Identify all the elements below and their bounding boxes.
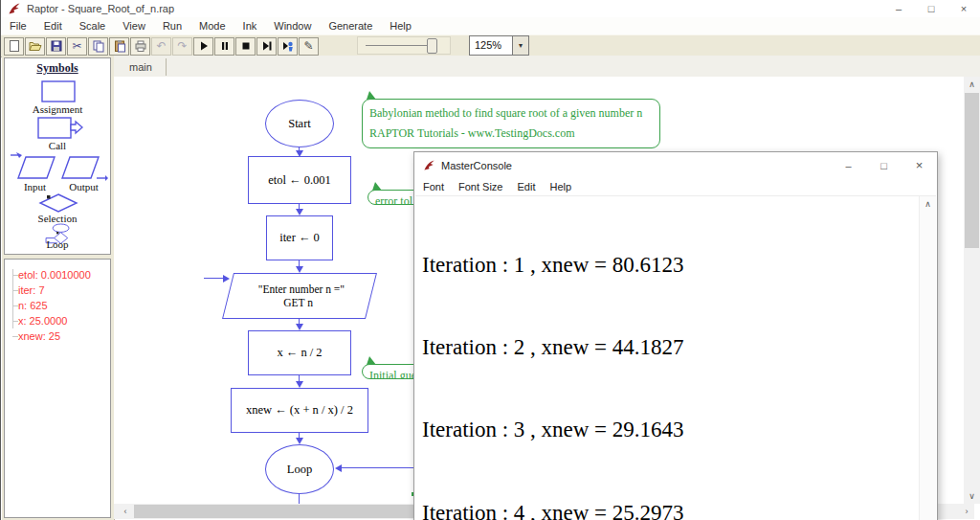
scroll-down-icon[interactable]: ∨: [964, 488, 980, 504]
menu-scale[interactable]: Scale: [71, 18, 115, 34]
menu-mode[interactable]: Mode: [190, 18, 234, 34]
arrow-down-icon: [296, 209, 303, 215]
assign-etol-node[interactable]: etol ← 0.001: [248, 156, 351, 204]
horizontal-scroll-thumb[interactable]: [134, 505, 418, 518]
assign-x-node[interactable]: x ← n / 2: [248, 330, 351, 375]
run-to-end-button[interactable]: [278, 37, 298, 56]
vertical-scrollbar[interactable]: ∧ ∨: [964, 77, 980, 504]
speed-slider[interactable]: [357, 36, 451, 55]
console-scrollbar[interactable]: ∧: [919, 196, 936, 520]
pause-button[interactable]: [214, 37, 234, 56]
comment-line: Babylonian method to find square root of…: [369, 103, 653, 124]
watch-xnew[interactable]: xnew: 25: [18, 330, 60, 342]
assign-xnew-node[interactable]: xnew ← (x + n / x) / 2: [231, 388, 368, 433]
header-comment[interactable]: Babylonian method to find square root of…: [362, 99, 660, 148]
open-file-button[interactable]: [25, 37, 45, 56]
scroll-right-icon[interactable]: ›: [959, 504, 974, 519]
loopback-line: [341, 467, 414, 468]
menu-file[interactable]: File: [1, 18, 35, 34]
slider-handle[interactable]: [427, 38, 437, 54]
menu-window[interactable]: Window: [265, 18, 320, 34]
console-menu-edit[interactable]: Edit: [517, 181, 535, 192]
menu-view[interactable]: View: [114, 18, 154, 34]
symbols-title: Symbols: [5, 58, 110, 76]
stop-button[interactable]: [235, 37, 256, 56]
console-menu-bar: Font Font Size Edit Help: [414, 178, 937, 194]
paste-icon: [113, 39, 126, 53]
arrow-left-icon: [335, 464, 342, 472]
output-symbol[interactable]: [58, 150, 108, 183]
console-maximize-button[interactable]: □: [866, 152, 902, 178]
save-button[interactable]: [46, 37, 66, 56]
arrow-down-icon: [296, 324, 303, 330]
raptor-logo-icon: [8, 2, 21, 15]
watch-x[interactable]: x: 25.0000: [18, 315, 67, 327]
scroll-left-icon[interactable]: ‹: [118, 504, 133, 519]
watch-n[interactable]: n: 625: [18, 300, 48, 311]
copy-icon: [92, 39, 105, 53]
title-bar: Raptor - Square_Root_of_n.rap – □ ×: [1, 0, 980, 17]
arrow-down-icon: [296, 381, 303, 388]
selection-symbol[interactable]: [36, 192, 80, 214]
output-label: Output: [57, 181, 110, 192]
start-node[interactable]: Start: [265, 100, 334, 147]
symbols-panel: Symbols Assignment Call Input Output Sel…: [4, 57, 111, 255]
chevron-down-icon[interactable]: ▾: [512, 36, 528, 55]
raptor-window: Raptor - Square_Root_of_n.rap – □ × File…: [0, 0, 980, 520]
console-close-button[interactable]: ×: [902, 152, 937, 178]
console-menu-font-size[interactable]: Font Size: [458, 181, 502, 192]
call-symbol[interactable]: [35, 116, 85, 141]
zoom-select[interactable]: 125% ▾: [469, 35, 529, 56]
input-symbol[interactable]: [9, 150, 58, 183]
run-button[interactable]: [193, 37, 213, 56]
watch-iter[interactable]: iter: 7: [18, 284, 45, 296]
redo-button[interactable]: ↷: [172, 37, 192, 56]
assignment-symbol[interactable]: [37, 79, 79, 104]
new-file-button[interactable]: [4, 37, 24, 56]
redo-arrow-icon: ↷: [177, 39, 187, 53]
console-body: Iteration : 1 , xnew = 80.6123 Iteration…: [415, 195, 936, 520]
watch-etol[interactable]: etol: 0.0010000: [18, 269, 91, 281]
ink-pen-button[interactable]: ✎: [299, 37, 319, 56]
open-folder-icon: [29, 39, 42, 53]
close-button[interactable]: ×: [947, 0, 980, 17]
slider-track[interactable]: [366, 45, 429, 46]
menu-generate[interactable]: Generate: [320, 18, 381, 34]
connector: [299, 494, 300, 504]
copy-button[interactable]: [88, 37, 108, 56]
menu-edit[interactable]: Edit: [35, 18, 71, 34]
undo-button[interactable]: ↶: [151, 37, 171, 56]
input-get: GET n: [283, 296, 313, 309]
console-menu-font[interactable]: Font: [423, 181, 444, 192]
console-menu-help[interactable]: Help: [549, 181, 571, 192]
loop-node[interactable]: Loop: [265, 444, 334, 494]
input-node[interactable]: "Enter number n =" GET n: [222, 273, 377, 319]
arrow-right-icon: [223, 275, 230, 283]
tab-strip: main: [114, 56, 980, 78]
paste-button[interactable]: [109, 37, 129, 56]
tab-main[interactable]: main: [120, 58, 167, 76]
variables-panel: etol: 0.0010000 iter: 7 n: 625 x: 25.000…: [4, 259, 111, 518]
loop-label: Loop: [5, 238, 110, 250]
scroll-up-icon[interactable]: ∧: [920, 196, 936, 211]
menu-ink[interactable]: Ink: [234, 18, 266, 34]
new-page-icon: [8, 39, 21, 53]
restore-button[interactable]: □: [915, 0, 947, 17]
menu-run[interactable]: Run: [154, 18, 190, 34]
undo-arrow-icon: ↶: [156, 39, 166, 53]
save-disk-icon: [50, 39, 63, 53]
print-button[interactable]: [130, 37, 150, 56]
menu-help[interactable]: Help: [381, 18, 420, 34]
step-button[interactable]: [256, 37, 277, 56]
assignment-label: Assignment: [5, 103, 110, 115]
vertical-scroll-thumb[interactable]: [965, 93, 979, 248]
console-minimize-button[interactable]: –: [831, 152, 866, 178]
console-line: Iteration : 4 , xnew = 25.2973: [422, 500, 916, 520]
assign-iter-node[interactable]: iter ← 0: [266, 215, 333, 260]
cut-button[interactable]: ✂: [67, 37, 87, 56]
scroll-up-icon[interactable]: ∧: [964, 77, 980, 92]
tree-connector: [12, 269, 13, 328]
arrow-down-icon: [296, 266, 303, 273]
minimize-button[interactable]: –: [882, 0, 915, 17]
zoom-value: 125%: [470, 36, 512, 55]
